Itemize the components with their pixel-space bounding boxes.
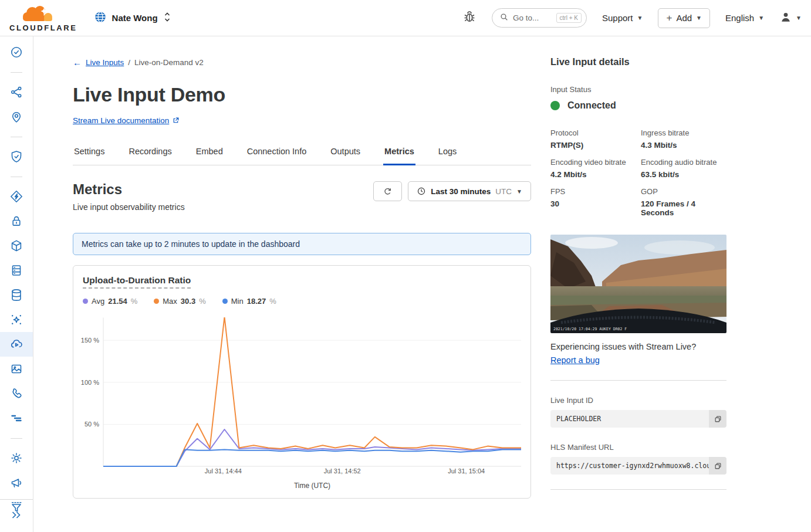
add-button[interactable]: + Add ▼	[658, 8, 710, 28]
tab-connection-info[interactable]: Connection Info	[246, 141, 308, 165]
plus-icon: +	[666, 13, 672, 23]
legend-dot-icon	[154, 299, 159, 304]
support-menu[interactable]: Support ▼	[602, 13, 643, 23]
refresh-icon	[383, 187, 393, 196]
live-input-id-field: PLACEHOLDER	[550, 410, 726, 428]
cloudflare-logo[interactable]: CLOUDFLARE	[9, 4, 77, 32]
time-range-dropdown[interactable]: Last 30 minutes UTC ▼	[408, 181, 531, 201]
refresh-button[interactable]	[373, 181, 402, 201]
tab-outputs[interactable]: Outputs	[329, 141, 361, 165]
legend-name: Avg	[92, 297, 104, 306]
details-title: Live Input details	[550, 56, 726, 67]
double-chevron-right-icon	[9, 508, 23, 524]
cloudflare-cloud-icon	[19, 4, 55, 25]
sidebar-divider	[0, 65, 33, 80]
sidebar-item-megaphone[interactable]	[0, 470, 33, 495]
account-name: Nate Wong	[112, 13, 158, 23]
user-menu[interactable]: ▼	[779, 11, 802, 26]
add-label: Add	[676, 13, 692, 23]
legend-name: Max	[163, 297, 177, 306]
field-label: Protocol	[550, 128, 636, 137]
sidebar-item-share-network[interactable]	[0, 80, 33, 104]
sidebar-item-ai-sparkles[interactable]	[0, 307, 33, 332]
breadcrumb-live-inputs-link[interactable]: Live Inputs	[86, 58, 124, 67]
thumbnail-timestamp: 2021/10/20 17:04:29 AUKEY DR02 F	[553, 327, 627, 331]
sidebar-item-settings[interactable]	[0, 446, 33, 470]
sidebar-item-calls[interactable]	[0, 381, 33, 406]
field-value: 4.2 Mbit/s	[550, 170, 636, 179]
search-placeholder: Go to...	[513, 13, 552, 22]
chevron-down-icon: ▼	[696, 15, 702, 21]
sidebar-item-cube[interactable]	[0, 233, 33, 258]
sidebar-item-server[interactable]	[0, 258, 33, 283]
svg-text:100 %: 100 %	[81, 379, 99, 386]
time-range-value: Last 30 minutes	[431, 187, 491, 196]
detail-field: GOP120 Frames / 4 Seconds	[641, 187, 726, 217]
live-preview-thumbnail: 2021/10/20 17:04:29 AUKEY DR02 F	[550, 235, 726, 333]
hls-manifest-field: https://customer-igynxd2rwhmuoxw8.cloudf	[550, 457, 726, 475]
sidebar	[0, 36, 33, 532]
legend-name: Min	[231, 297, 244, 306]
input-status: Connected	[550, 100, 726, 111]
field-label: Ingress bitrate	[641, 128, 726, 137]
search-icon	[499, 12, 509, 24]
tab-logs[interactable]: Logs	[437, 141, 458, 165]
sidebar-item-database[interactable]	[0, 283, 33, 307]
copy-live-input-id-button[interactable]	[709, 410, 726, 428]
legend-value: 30.3	[181, 297, 195, 306]
global-search[interactable]: Go to... ctrl + K	[492, 8, 587, 28]
live-input-id-value: PLACEHOLDER	[550, 410, 709, 428]
ai-sparkles-icon	[9, 313, 23, 327]
sidebar-item-images[interactable]	[0, 357, 33, 381]
detail-field: ProtocolRTMP(S)	[550, 128, 636, 150]
live-input-details-panel: Live Input details Input Status Connecte…	[550, 36, 726, 490]
database-icon	[9, 288, 23, 302]
sidebar-item-clock[interactable]	[0, 40, 33, 65]
legend-item-max: Max30.3%	[154, 297, 205, 306]
stream-docs-link[interactable]: Stream Live documentation	[73, 116, 180, 125]
tab-recordings[interactable]: Recordings	[127, 141, 173, 165]
shield-icon	[9, 150, 23, 164]
divider	[550, 380, 726, 381]
sidebar-item-stream[interactable]	[0, 332, 33, 357]
stream-icon	[9, 337, 23, 351]
sidebar-item-shield[interactable]	[0, 144, 33, 169]
field-value: RTMP(S)	[550, 141, 636, 150]
bug-icon[interactable]	[462, 9, 477, 27]
chevron-down-icon: ▼	[796, 15, 802, 21]
user-icon	[779, 11, 792, 26]
copy-icon	[714, 415, 722, 423]
legend-item-avg: Avg21.54%	[83, 297, 137, 306]
legend-unit: %	[199, 297, 206, 306]
chevron-down-icon: ▼	[637, 15, 643, 21]
sidebar-item-map-pin[interactable]	[0, 104, 33, 129]
sidebar-item-pipelines[interactable]	[0, 406, 33, 431]
tab-embed[interactable]: Embed	[195, 141, 224, 165]
sidebar-item-lock[interactable]	[0, 209, 33, 233]
share-network-icon	[9, 85, 23, 99]
sidebar-divider	[0, 169, 33, 184]
report-bug-link[interactable]: Report a bug	[550, 355, 600, 365]
clock-icon	[417, 187, 426, 196]
tab-metrics[interactable]: Metrics	[383, 141, 415, 165]
diamond-bolt-icon	[9, 189, 23, 204]
breadcrumb-separator: /	[128, 58, 130, 67]
field-value: 4.3 Mbit/s	[641, 141, 726, 150]
support-label: Support	[602, 13, 633, 23]
back-arrow-icon[interactable]: ←	[73, 57, 82, 67]
sidebar-item-diamond-bolt[interactable]	[0, 184, 33, 209]
detail-field: Encoding video bitrate4.2 Mbit/s	[550, 158, 636, 179]
divider	[550, 489, 726, 490]
field-label: GOP	[641, 187, 726, 196]
sidebar-collapse-button[interactable]	[0, 499, 33, 532]
copy-hls-url-button[interactable]	[709, 457, 726, 475]
cube-icon	[9, 239, 23, 253]
detail-field: FPS30	[550, 187, 636, 217]
language-menu[interactable]: English ▼	[725, 13, 764, 23]
field-value: 120 Frames / 4 Seconds	[641, 199, 726, 217]
account-switcher[interactable]: Nate Wong	[94, 11, 171, 25]
tab-settings[interactable]: Settings	[73, 141, 106, 165]
legend-value: 21.54	[108, 297, 127, 306]
metrics-subtitle: Live input observability metrics	[73, 202, 185, 212]
svg-text:150 %: 150 %	[81, 337, 99, 344]
